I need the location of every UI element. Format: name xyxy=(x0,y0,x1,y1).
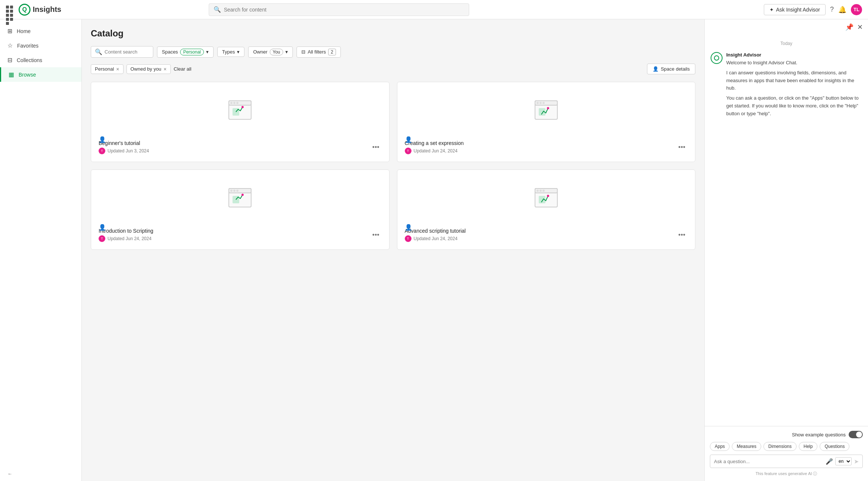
sidebar-item-home[interactable]: ⊞ Home xyxy=(0,24,81,38)
sidebar-item-favorites[interactable]: ☆ Favorites xyxy=(0,38,81,53)
spaces-filter-label: Spaces xyxy=(162,49,178,55)
chat-message: Insight Advisor Welcome to Insight Advis… xyxy=(711,52,862,118)
close-panel-icon[interactable]: ✕ xyxy=(857,23,863,31)
chat-sender-name: Insight Advisor xyxy=(726,52,862,58)
quick-btn-measures[interactable]: Measures xyxy=(732,442,761,451)
send-message-icon[interactable]: ➤ xyxy=(854,458,859,465)
svg-point-10 xyxy=(539,102,542,104)
active-filter-personal: Personal × xyxy=(91,64,124,74)
card-owner-avatar: T xyxy=(99,235,105,242)
avatar[interactable]: TL xyxy=(851,4,862,15)
table-row[interactable]: 👤 Introduction to Scripting T Updated Ju… xyxy=(91,170,390,250)
content-search-box[interactable]: 🔍 xyxy=(91,46,153,58)
card-user-icon: 👤 xyxy=(405,224,412,231)
browse-icon: ▦ xyxy=(9,71,14,78)
sidebar-item-collections-label: Collections xyxy=(17,57,42,63)
all-filters-button[interactable]: ⊟ All filters 2 xyxy=(297,46,341,58)
card-footer: Introduction to Scripting T Updated Jun … xyxy=(99,228,382,242)
active-filter-owned: Owned by you × xyxy=(126,64,171,74)
all-filters-label: All filters xyxy=(308,49,326,55)
card-more-button[interactable]: ••• xyxy=(676,143,688,152)
pin-icon[interactable]: 📌 xyxy=(845,23,853,31)
owned-filter-label: Owned by you xyxy=(131,66,161,72)
today-label: Today xyxy=(711,41,862,46)
notifications-icon[interactable]: 🔔 xyxy=(838,6,846,14)
quick-buttons-row: Apps Measures Dimensions Help Questions xyxy=(710,442,863,451)
svg-point-24 xyxy=(539,190,542,192)
show-examples-toggle[interactable] xyxy=(849,431,863,438)
svg-point-9 xyxy=(537,102,539,104)
svg-point-4 xyxy=(236,102,238,104)
remove-personal-filter-button[interactable]: × xyxy=(116,66,119,72)
ask-question-input-row[interactable]: 🎤 en ➤ xyxy=(710,455,863,468)
search-input[interactable] xyxy=(224,7,464,13)
chat-content: Insight Advisor Welcome to Insight Advis… xyxy=(726,52,862,118)
show-examples-row: Show example questions xyxy=(710,431,863,438)
help-icon[interactable]: ? xyxy=(830,6,834,13)
microphone-icon[interactable]: 🎤 xyxy=(826,458,833,465)
insight-star-icon: ✦ xyxy=(769,7,774,13)
card-thumbnail xyxy=(405,90,688,134)
grid-menu-icon[interactable] xyxy=(6,6,14,14)
card-more-button[interactable]: ••• xyxy=(370,230,382,240)
favorites-icon: ☆ xyxy=(7,42,13,49)
show-examples-label: Show example questions xyxy=(792,432,846,438)
content-search-icon: 🔍 xyxy=(95,48,102,55)
svg-point-20 xyxy=(241,194,244,196)
table-row[interactable]: 👤 Creating a set expression T Updated Ju… xyxy=(397,82,696,162)
ai-disclaimer: This feature uses generative AI ⓘ xyxy=(710,471,863,477)
svg-point-25 xyxy=(542,190,545,192)
table-row[interactable]: 👤 Advanced scripting tutorial T Updated … xyxy=(397,170,696,250)
sidebar-item-favorites-label: Favorites xyxy=(17,43,39,49)
ask-insight-advisor-button[interactable]: ✦ Ask Insight Advisor xyxy=(764,4,826,15)
card-info: Advanced scripting tutorial T Updated Ju… xyxy=(405,228,466,242)
quick-btn-dimensions[interactable]: Dimensions xyxy=(763,442,797,451)
ask-question-input[interactable] xyxy=(714,459,823,464)
toggle-knob xyxy=(856,432,862,438)
quick-btn-help[interactable]: Help xyxy=(799,442,818,451)
svg-point-23 xyxy=(537,190,539,192)
card-updated: Updated Jun 24, 2024 xyxy=(414,236,458,241)
qlik-logo[interactable]: Q Insights xyxy=(19,4,61,16)
panel-header: 📌 ✕ xyxy=(705,19,868,35)
svg-point-13 xyxy=(547,107,549,109)
svg-point-6 xyxy=(241,106,244,108)
types-filter-button[interactable]: Types ▾ xyxy=(217,47,245,57)
card-footer: Creating a set expression T Updated Jun … xyxy=(405,140,688,154)
card-footer: Advanced scripting tutorial T Updated Ju… xyxy=(405,228,688,242)
sidebar-collapse-button[interactable]: ← xyxy=(7,471,74,477)
owner-filter-button[interactable]: Owner You ▾ xyxy=(248,46,293,58)
topbar: Q Insights 🔍 ✦ Ask Insight Advisor ? 🔔 T… xyxy=(0,0,868,19)
active-filters-row: Personal × Owned by you × Clear all 👤 Sp… xyxy=(91,64,695,74)
global-search-box[interactable]: 🔍 xyxy=(209,3,469,16)
card-updated: Updated Jun 3, 2024 xyxy=(108,148,149,154)
qlik-q-mark: Q xyxy=(19,4,31,16)
card-more-button[interactable]: ••• xyxy=(676,230,688,240)
sidebar-item-browse[interactable]: ▦ Browse xyxy=(0,67,81,82)
sidebar-item-collections[interactable]: ⊟ Collections xyxy=(0,53,81,67)
table-row[interactable]: 👤 Beginner's tutorial T Updated Jun 3, 2… xyxy=(91,82,390,162)
svg-point-18 xyxy=(236,190,238,192)
card-thumbnail xyxy=(405,177,688,222)
card-info: Beginner's tutorial T Updated Jun 3, 202… xyxy=(99,140,149,154)
card-title: Advanced scripting tutorial xyxy=(405,228,466,234)
quick-btn-apps[interactable]: Apps xyxy=(710,442,730,451)
card-info: Introduction to Scripting T Updated Jun … xyxy=(99,228,153,242)
sidebar-item-browse-label: Browse xyxy=(19,72,36,78)
spaces-filter-button[interactable]: Spaces Personal ▾ xyxy=(157,46,214,58)
language-selector[interactable]: en xyxy=(835,457,852,465)
card-more-button[interactable]: ••• xyxy=(370,143,382,152)
chat-text-line1: Welcome to Insight Advisor Chat. xyxy=(726,59,862,67)
card-owner-avatar: T xyxy=(405,148,411,154)
space-details-button[interactable]: 👤 Space details xyxy=(647,64,695,74)
card-thumbnail xyxy=(99,177,382,222)
page-title: Catalog xyxy=(91,28,695,39)
insight-icon-inner xyxy=(714,55,719,61)
clear-all-filters-button[interactable]: Clear all xyxy=(174,66,192,72)
svg-point-16 xyxy=(230,190,233,192)
remove-owned-filter-button[interactable]: × xyxy=(164,66,167,72)
content-search-input[interactable] xyxy=(105,49,149,55)
types-filter-label: Types xyxy=(222,49,235,55)
quick-btn-questions[interactable]: Questions xyxy=(820,442,849,451)
main-content: Catalog 🔍 Spaces Personal ▾ Types ▾ Owne… xyxy=(82,19,704,481)
